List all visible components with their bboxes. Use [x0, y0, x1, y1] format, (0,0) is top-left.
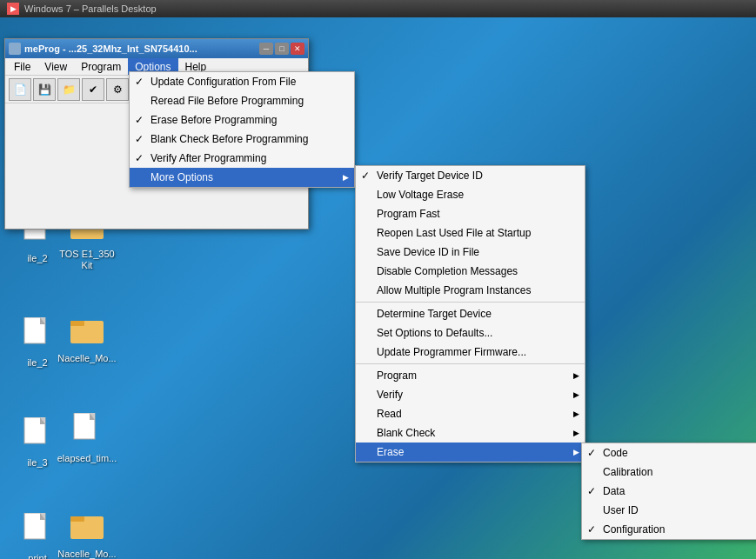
parallels-icon: ▶ [7, 3, 19, 15]
window-title: meProg - ...25_32Mhz_Int_SN754410... [24, 43, 197, 54]
erase-code[interactable]: Code [582, 443, 756, 463]
submenu-program-fast[interactable]: Program Fast [356, 204, 585, 223]
minimize-button[interactable]: ─ [259, 43, 273, 55]
erase-configuration[interactable]: Configuration [582, 520, 756, 539]
icon-image [20, 313, 55, 355]
submenu-blank-check[interactable]: Blank Check [356, 423, 585, 443]
svg-rect-27 [70, 516, 84, 522]
submenu-program[interactable]: Program [356, 366, 585, 385]
icon-image [20, 413, 55, 455]
svg-rect-16 [70, 321, 84, 326]
maximize-button[interactable]: □ [275, 43, 289, 55]
menu-blank-check[interactable]: Blank Check Before Programming [130, 130, 354, 149]
icon-label: Nacelle_Mo... [57, 549, 116, 559]
desktop: ion... Windows 7 ile_2 TOS E1_350 Kit il… [0, 17, 756, 559]
icon-image [70, 309, 104, 350]
desktop-icon-nacelle2[interactable]: Nacelle_Mo... [57, 504, 117, 559]
more-options-submenu: Verify Target Device ID Low Voltage Eras… [355, 165, 585, 463]
icon-label: TOS E1_350 Kit [57, 249, 117, 271]
menu-view[interactable]: View [37, 58, 74, 75]
icon-image [20, 509, 55, 550]
separator-1 [356, 302, 585, 303]
submenu-reopen-last[interactable]: Reopen Last Used File at Startup [356, 223, 585, 243]
submenu-determine-target[interactable]: Determine Target Device [356, 304, 585, 323]
icon-label: elapsed_tim... [57, 453, 117, 464]
icon-image [70, 409, 104, 450]
submenu-read[interactable]: Read [356, 404, 585, 423]
parallels-title: Windows 7 – Parallels Desktop [24, 3, 157, 14]
toolbar-check[interactable]: ✔ [82, 78, 104, 101]
window-controls: ─ □ ✕ [259, 43, 304, 55]
menu-update-config[interactable]: Update Configuration From File [130, 72, 354, 91]
submenu-verify[interactable]: Verify [356, 385, 585, 404]
icon-label: print [28, 553, 46, 559]
submenu-update-firmware[interactable]: Update Programmer Firmware... [356, 343, 585, 362]
submenu-low-voltage[interactable]: Low Voltage Erase [356, 185, 585, 204]
erase-user-id[interactable]: User ID [582, 501, 756, 520]
separator-2 [356, 363, 585, 364]
toolbar-open[interactable]: 📁 [57, 78, 80, 101]
close-button[interactable]: ✕ [291, 43, 304, 55]
desktop-icon-elapsed[interactable]: elapsed_tim... [57, 409, 117, 464]
toolbar-new[interactable]: 📄 [9, 78, 31, 101]
menu-erase-before[interactable]: Erase Before Programming [130, 110, 354, 130]
menu-program[interactable]: Program [74, 58, 128, 75]
icon-label: ile_2 [27, 253, 47, 264]
icon-label: ile_3 [27, 457, 47, 469]
titlebar-left: meProg - ...25_32Mhz_Int_SN754410... [9, 43, 197, 55]
icon-image [70, 504, 104, 546]
menu-file[interactable]: File [7, 58, 37, 75]
icon-label: ile_2 [27, 357, 47, 369]
submenu-verify-target[interactable]: Verify Target Device ID [356, 166, 585, 185]
erase-submenu: Code Calibration Data User ID Configurat… [581, 443, 756, 540]
parallels-topbar: ▶ Windows 7 – Parallels Desktop [0, 0, 756, 17]
icon-label: Nacelle_Mo... [57, 353, 116, 364]
toolbar-settings[interactable]: ⚙ [106, 78, 129, 101]
submenu-set-options[interactable]: Set Options to Defaults... [356, 323, 585, 343]
erase-calibration[interactable]: Calibration [582, 463, 756, 482]
erase-data[interactable]: Data [582, 482, 756, 501]
submenu-allow-multiple[interactable]: Allow Multiple Program Instances [356, 281, 585, 300]
menu-reread-file[interactable]: Reread File Before Programming [130, 91, 354, 110]
submenu-disable-completion[interactable]: Disable Completion Messages [356, 262, 585, 281]
app-icon [9, 43, 21, 55]
desktop-icon-nacelle1[interactable]: Nacelle_Mo... [57, 309, 117, 364]
window-titlebar: meProg - ...25_32Mhz_Int_SN754410... ─ □… [5, 39, 308, 58]
submenu-save-device-id[interactable]: Save Device ID in File [356, 243, 585, 262]
options-dropdown: Update Configuration From File Reread Fi… [129, 71, 355, 188]
toolbar-save[interactable]: 💾 [33, 78, 56, 101]
menu-verify-after[interactable]: Verify After Programming [130, 149, 354, 168]
menu-more-options[interactable]: More Options [130, 168, 354, 187]
submenu-erase[interactable]: Erase [356, 443, 585, 462]
